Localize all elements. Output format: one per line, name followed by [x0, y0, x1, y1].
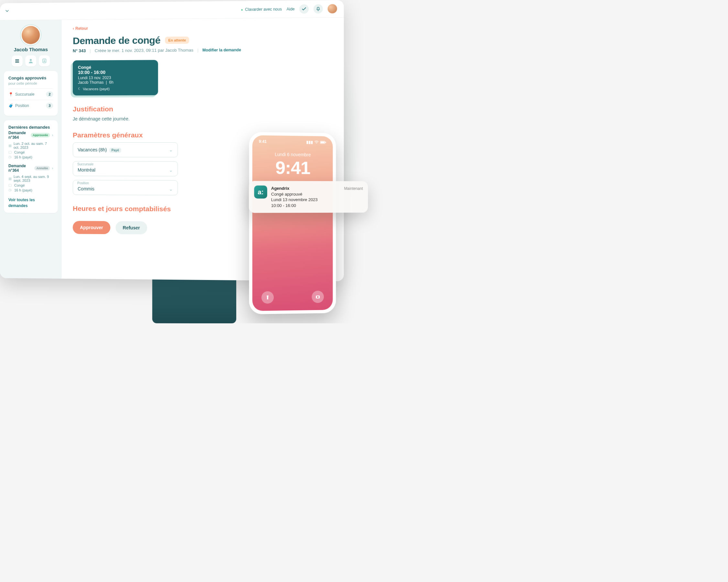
chevron-down-icon: ⌄: [169, 167, 173, 173]
chevron-right-icon: ›: [52, 133, 53, 137]
pin-icon: 📍: [8, 92, 13, 97]
justification-text: Je déménage cette journée.: [73, 116, 332, 121]
position-label: Position: [77, 182, 89, 185]
branch-label: Succursale: [77, 162, 94, 166]
svg-rect-7: [321, 142, 325, 143]
sidebar-user-block: Jacob Thomas: [4, 26, 58, 66]
chevron-left-icon: ‹: [73, 26, 74, 31]
calendar-icon: ▦: [8, 176, 11, 181]
current-user-avatar[interactable]: [328, 4, 337, 13]
approved-leaves-card: Congés approuvés pour cette période 📍Suc…: [4, 71, 58, 116]
approved-row-branch[interactable]: 📍Succursale 2: [8, 88, 53, 100]
recent-request-item[interactable]: Demande n°364 Annulée › ▦Lun. 4 sept. au…: [8, 164, 53, 192]
user-name: Jacob Thomas: [4, 47, 58, 52]
paid-badge: Payé: [109, 148, 121, 153]
page-title: Demande de congé: [73, 35, 160, 46]
phone-lock-time: 9:41: [252, 157, 333, 178]
sidebar: Jacob Thomas Congés approuvés pour cette…: [0, 20, 62, 279]
status-badge: Annulée: [35, 166, 50, 170]
svg-rect-0: [15, 59, 19, 60]
approved-row-position[interactable]: 🧳Position 3: [8, 100, 53, 111]
sidebar-tab-list-icon[interactable]: [11, 56, 23, 66]
see-all-requests-link[interactable]: Voir toutes les demandes: [8, 198, 35, 208]
signal-icon: ▮▮▮: [306, 140, 313, 144]
sidebar-tab-person-icon[interactable]: [25, 55, 36, 66]
workspace-dropdown[interactable]: [5, 9, 9, 13]
chevron-down-icon: ⌄: [169, 147, 173, 152]
tag-icon: ▢: [8, 183, 12, 187]
notification-line: 10:00 - 16:00: [271, 202, 363, 208]
svg-point-5: [44, 60, 45, 61]
moon-icon: ☾: [78, 87, 81, 91]
back-button[interactable]: ‹ Retour: [73, 24, 332, 31]
sidebar-tab-contacts-icon[interactable]: [39, 55, 50, 66]
camera-icon[interactable]: [312, 291, 323, 303]
clock-icon: ◷: [8, 188, 12, 192]
reject-button[interactable]: Refuser: [115, 221, 147, 234]
briefcase-icon: 🧳: [8, 104, 13, 108]
tag-icon: ▢: [8, 150, 12, 154]
svg-point-3: [30, 59, 32, 61]
battery-icon: [320, 141, 327, 144]
svg-rect-1: [15, 61, 19, 61]
flashlight-icon[interactable]: [261, 291, 274, 304]
notification-app-name: Agendrix: [271, 186, 290, 191]
chevron-down-icon: ⌄: [169, 187, 173, 192]
chevron-right-icon: ›: [52, 166, 53, 170]
edit-request-link[interactable]: Modifier la demande: [203, 48, 241, 52]
phone-status-time: 9:41: [259, 139, 267, 144]
chat-link[interactable]: Clavarder avec nous: [241, 7, 282, 11]
phone-status-bar: 9:41 ▮▮▮: [252, 135, 333, 144]
leave-summary-card: Congé 10:00 - 16:00 Lundi 13 nov. 2023 J…: [73, 60, 158, 95]
svg-rect-4: [43, 59, 46, 63]
top-bar: Clavarder avec nous Aide: [0, 0, 344, 20]
svg-rect-2: [15, 62, 19, 63]
recent-title: Dernières demandes: [8, 125, 53, 130]
justification-heading: Justification: [73, 105, 332, 113]
user-avatar[interactable]: [22, 26, 40, 44]
bell-icon[interactable]: [314, 4, 323, 13]
app-icon: a:: [254, 185, 267, 198]
leave-type-select[interactable]: Vacances (8h)Payé ⌄: [73, 142, 178, 158]
check-icon[interactable]: [299, 4, 309, 13]
request-status-badge: En attente: [165, 36, 189, 44]
svg-rect-8: [326, 142, 326, 143]
phone-lock-date: Lundi 6 novembre: [252, 151, 333, 158]
approve-button[interactable]: Approuver: [73, 221, 110, 234]
recent-request-item[interactable]: Demande n°364 Approuvée › ▦Lun. 2 oct. a…: [8, 131, 53, 159]
notification-line: Lundi 13 novembre 2023: [271, 197, 363, 203]
notification-line: Congé approuvé: [271, 191, 363, 197]
status-badge: Approuvée: [31, 133, 50, 137]
clock-icon: ◷: [8, 155, 12, 159]
approved-count: 2: [46, 91, 53, 97]
phone-mockup: 9:41 ▮▮▮ Lundi 6 novembre 9:41: [249, 132, 336, 314]
recent-requests-card: Dernières demandes Demande n°364 Approuv…: [4, 120, 58, 213]
phone-lockscreen: 9:41 ▮▮▮ Lundi 6 novembre 9:41: [252, 135, 333, 311]
push-notification[interactable]: a: Agendrix Maintenant Congé approuvé Lu…: [249, 181, 368, 213]
notification-timestamp: Maintenant: [344, 186, 363, 191]
help-link[interactable]: Aide: [287, 7, 295, 11]
wifi-icon: [314, 141, 319, 144]
request-meta: N° 343 | Créée le mer. 1 nov. 2023, 09:1…: [73, 47, 332, 53]
approved-subtitle: pour cette période: [8, 81, 53, 85]
approved-count: 3: [46, 103, 53, 109]
calendar-icon: ▦: [8, 144, 11, 148]
approved-title: Congés approuvés: [8, 75, 53, 81]
